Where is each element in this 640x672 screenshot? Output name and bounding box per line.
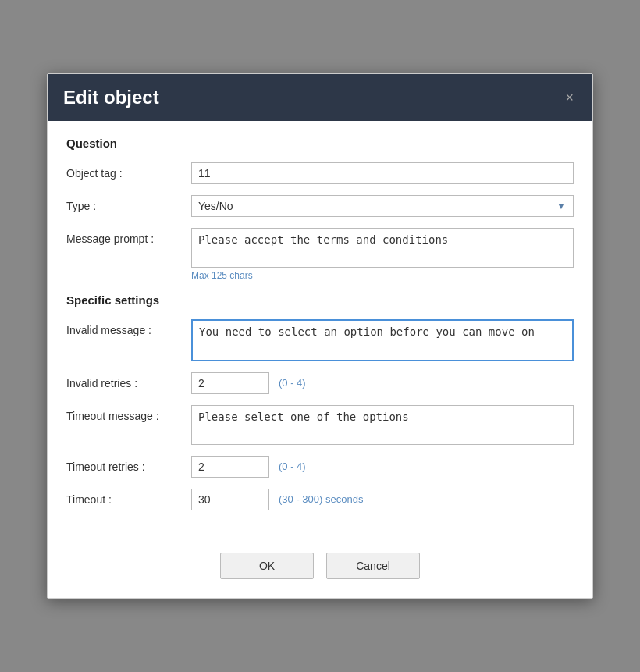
edit-object-dialog: Edit object × Question Object tag : Type… [47,73,593,599]
object-tag-row: Object tag : [66,162,574,184]
timeout-retries-label: Timeout retries : [66,456,191,473]
object-tag-input[interactable] [191,162,574,184]
message-prompt-row: Message prompt : Please accept the terms… [66,228,574,281]
type-select[interactable]: Yes/No Text Number Date [191,195,574,217]
dialog-overlay: Edit object × Question Object tag : Type… [0,0,640,672]
timeout-message-label: Timeout message : [66,405,191,422]
type-row: Type : Yes/No Text Number Date ▼ [66,195,574,217]
cancel-button[interactable]: Cancel [326,553,420,579]
type-select-wrap: Yes/No Text Number Date ▼ [191,195,574,217]
dialog-title: Edit object [63,87,159,108]
timeout-message-control: Please select one of the options [191,405,574,445]
type-label: Type : [66,195,191,212]
timeout-retries-row: Timeout retries : (0 - 4) [66,456,574,478]
invalid-message-label: Invalid message : [66,319,191,336]
timeout-hint: (30 - 300) seconds [279,493,363,505]
object-tag-control [191,162,574,184]
object-tag-label: Object tag : [66,162,191,180]
invalid-retries-label: Invalid retries : [66,372,191,389]
timeout-retries-control: (0 - 4) [191,456,574,478]
question-section-title: Question [66,137,574,150]
invalid-message-control: You need to select an option before you … [191,319,574,361]
timeout-input[interactable] [191,489,269,510]
invalid-retries-hint: (0 - 4) [279,377,306,389]
ok-button[interactable]: OK [220,553,314,579]
timeout-inline: (30 - 300) seconds [191,489,574,510]
timeout-retries-hint: (0 - 4) [279,460,306,472]
invalid-retries-control: (0 - 4) [191,372,574,394]
message-prompt-control: Please accept the terms and conditions M… [191,228,574,281]
timeout-message-textarea[interactable]: Please select one of the options [191,405,574,445]
invalid-message-textarea[interactable]: You need to select an option before you … [191,319,574,361]
message-prompt-hint: Max 125 chars [191,270,574,281]
timeout-retries-inline: (0 - 4) [191,456,574,478]
type-control: Yes/No Text Number Date ▼ [191,195,574,217]
timeout-message-row: Timeout message : Please select one of t… [66,405,574,445]
invalid-retries-input[interactable] [191,372,269,394]
dialog-body: Question Object tag : Type : Yes/No Text… [48,121,592,540]
invalid-message-row: Invalid message : You need to select an … [66,319,574,361]
invalid-retries-row: Invalid retries : (0 - 4) [66,372,574,394]
timeout-label: Timeout : [66,489,191,506]
dialog-footer: OK Cancel [48,540,592,598]
message-prompt-label: Message prompt : [66,228,191,245]
timeout-control: (30 - 300) seconds [191,489,574,510]
timeout-retries-input[interactable] [191,456,269,478]
dialog-header: Edit object × [48,74,592,121]
timeout-row: Timeout : (30 - 300) seconds [66,489,574,510]
invalid-retries-inline: (0 - 4) [191,372,574,394]
specific-section-title: Specific settings [66,293,574,307]
message-prompt-textarea[interactable]: Please accept the terms and conditions [191,228,574,268]
close-button[interactable]: × [562,91,577,105]
